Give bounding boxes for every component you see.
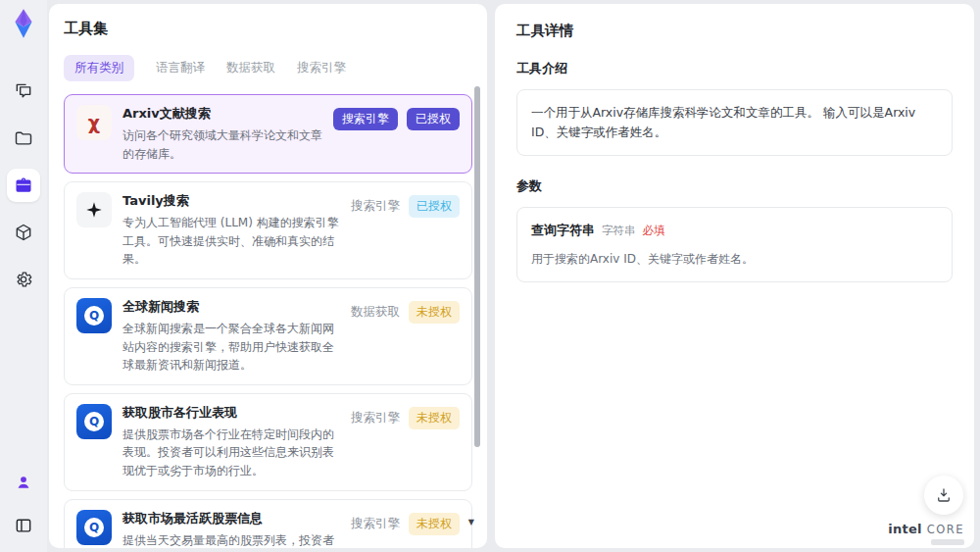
brand-sub-mark bbox=[931, 539, 964, 545]
category-label: 搜索引擎 bbox=[351, 407, 400, 427]
tool-card-arxiv[interactable]: χ Arxiv文献搜索 访问各个研究领域大量科学论文和文章的存储库。 搜索引擎 … bbox=[64, 94, 472, 174]
tool-details-panel: 工具详情 工具介绍 一个用于从Arxiv存储库搜索科学论文和文章的工具。 输入可… bbox=[495, 4, 974, 548]
briefcase-icon bbox=[14, 176, 33, 195]
chat-icon bbox=[14, 81, 33, 101]
folder-icon bbox=[14, 128, 33, 148]
download-button[interactable] bbox=[924, 476, 963, 515]
tool-card-tavily[interactable]: Tavily搜索 专为人工智能代理 (LLM) 构建的搜索引擎工具。可快速提供实… bbox=[64, 181, 472, 279]
category-label: 搜索引擎 bbox=[351, 513, 400, 532]
tool-name: Tavily搜索 bbox=[122, 192, 340, 210]
auth-badge[interactable]: 已授权 bbox=[407, 108, 460, 130]
nav-chat-button[interactable] bbox=[7, 75, 40, 108]
params-heading: 参数 bbox=[516, 177, 953, 195]
category-tabs: 所有类别 语言翻译 数据获取 搜索引擎 bbox=[64, 55, 472, 81]
category-label: 搜索引擎 bbox=[351, 195, 400, 215]
param-description: 用于搜索的Arxiv ID、关键字或作者姓名。 bbox=[531, 250, 938, 269]
tool-description: 专为人工智能代理 (LLM) 构建的搜索引擎工具。可快速提供实时、准确和真实的结… bbox=[122, 214, 340, 269]
left-nav-rail bbox=[0, 0, 47, 552]
arxiv-icon: χ bbox=[76, 105, 112, 140]
nav-tools-button[interactable] bbox=[7, 169, 40, 202]
intel-brand-text: intel bbox=[888, 522, 921, 536]
intel-core-logo: intel CORE bbox=[888, 520, 964, 545]
category-label: 数据获取 bbox=[351, 301, 400, 321]
nav-models-button[interactable] bbox=[7, 216, 40, 249]
tab-search-engine[interactable]: 搜索引擎 bbox=[297, 55, 346, 81]
tool-description: 访问各个研究领域大量科学论文和文章的存储库。 bbox=[122, 126, 322, 163]
details-title: 工具详情 bbox=[516, 22, 953, 40]
stock-sector-icon: Q bbox=[76, 404, 112, 439]
tool-name: Arxiv文献搜索 bbox=[122, 105, 322, 123]
list-scrollbar[interactable] bbox=[474, 86, 480, 538]
auth-badge: 未授权 bbox=[409, 407, 460, 429]
app-logo bbox=[8, 8, 39, 39]
gear-icon bbox=[14, 270, 33, 289]
tool-name: 全球新闻搜索 bbox=[122, 298, 340, 316]
core-brand-text: CORE bbox=[927, 523, 964, 536]
auth-badge: 未授权 bbox=[409, 301, 460, 324]
nav-settings-button[interactable] bbox=[7, 263, 40, 296]
tool-card-active-stocks[interactable]: Q 获取市场最活跃股票信息 提供当天交易量最高的股票列表，投资者可以利用这些信息… bbox=[64, 499, 472, 548]
tool-name: 获取股市各行业表现 bbox=[122, 404, 340, 422]
scrollbar-thumb[interactable] bbox=[474, 86, 480, 447]
tool-description: 提供股票市场各个行业在特定时间段内的表现。投资者可以利用这些信息来识别表现优于或… bbox=[122, 426, 340, 480]
category-badge[interactable]: 搜索引擎 bbox=[333, 108, 398, 130]
intro-box: 一个用于从Arxiv存储库搜索科学论文和文章的工具。 输入可以是Arxiv ID… bbox=[516, 89, 953, 156]
active-stocks-icon: Q bbox=[76, 510, 112, 545]
user-profile-button[interactable] bbox=[7, 466, 40, 499]
tab-data-fetch[interactable]: 数据获取 bbox=[226, 55, 275, 81]
param-name: 查询字符串 bbox=[531, 221, 595, 241]
nav-files-button[interactable] bbox=[7, 122, 40, 155]
param-type: 字符串 bbox=[602, 222, 636, 239]
panel-toggle-icon bbox=[14, 516, 33, 535]
tool-list-panel: 工具集 所有类别 语言翻译 数据获取 搜索引擎 χ Arxiv文献搜索 访问各个… bbox=[49, 4, 487, 548]
scroll-down-icon[interactable]: ▼ bbox=[468, 518, 474, 527]
intro-heading: 工具介绍 bbox=[516, 60, 953, 77]
tool-name: 获取市场最活跃股票信息 bbox=[122, 510, 340, 527]
tab-language-translation[interactable]: 语言翻译 bbox=[156, 55, 205, 81]
tool-card-global-news[interactable]: Q 全球新闻搜索 全球新闻搜索是一个聚合全球各大新闻网站内容的搜索引擎，帮助用户… bbox=[64, 287, 472, 385]
auth-badge: 已授权 bbox=[409, 195, 460, 218]
tool-description: 全球新闻搜索是一个聚合全球各大新闻网站内容的搜索引擎，帮助用户快速获取全球最新资… bbox=[122, 320, 340, 375]
param-box: 查询字符串 字符串 必填 用于搜索的Arxiv ID、关键字或作者姓名。 bbox=[516, 207, 953, 282]
collapse-panel-button[interactable] bbox=[7, 509, 40, 542]
tavily-icon bbox=[76, 192, 112, 227]
cube-icon bbox=[14, 223, 33, 242]
tool-list: χ Arxiv文献搜索 访问各个研究领域大量科学论文和文章的存储库。 搜索引擎 … bbox=[64, 94, 472, 548]
tool-card-sector-performance[interactable]: Q 获取股市各行业表现 提供股票市场各个行业在特定时间段内的表现。投资者可以利用… bbox=[64, 393, 472, 491]
param-required-flag: 必填 bbox=[643, 222, 665, 239]
user-icon bbox=[14, 473, 33, 492]
download-icon bbox=[935, 486, 953, 504]
page-title: 工具集 bbox=[64, 20, 472, 38]
tab-all-categories[interactable]: 所有类别 bbox=[64, 55, 134, 81]
global-news-icon: Q bbox=[76, 298, 112, 333]
auth-badge: 未授权 bbox=[409, 513, 460, 535]
tool-description: 提供当天交易量最高的股票列表，投资者可以利用这些信息来识别流动性强的股票和潜在的… bbox=[122, 531, 340, 548]
